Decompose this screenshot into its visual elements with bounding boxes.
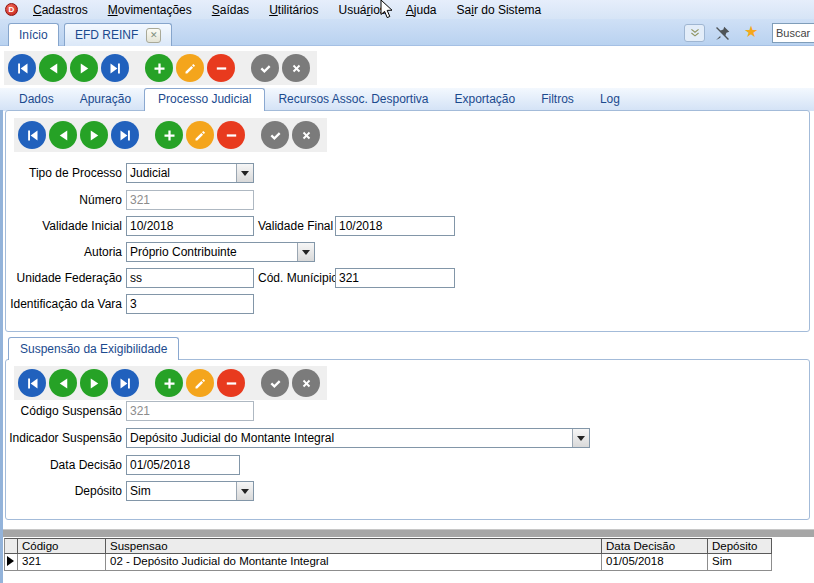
menu-item-saidas[interactable]: Saídas: [205, 1, 256, 19]
cod-municipio-field[interactable]: [335, 268, 455, 288]
unidade-federacao-field[interactable]: [126, 268, 254, 288]
prior-record-icon: [56, 128, 71, 143]
post-record-button[interactable]: [251, 54, 279, 82]
next-record-button[interactable]: [80, 121, 108, 149]
cross-icon: [299, 128, 314, 143]
edit-record-button[interactable]: [176, 54, 204, 82]
unidade-federacao-label: Unidade Federação: [0, 268, 122, 285]
dropdown-arrow-button[interactable]: [236, 164, 253, 182]
grid-col-data-decisao[interactable]: Data Decisão: [602, 538, 708, 554]
menu-item-utilitarios[interactable]: Utilitários: [262, 1, 325, 19]
dropdown-arrow-button[interactable]: [236, 482, 253, 500]
dropdown-arrow-button[interactable]: [297, 243, 314, 261]
autoria-label: Autoria: [0, 242, 122, 259]
expand-chevron-button[interactable]: [684, 24, 705, 42]
numero-field[interactable]: [126, 190, 254, 210]
prior-record-button[interactable]: [39, 54, 67, 82]
check-icon: [268, 376, 283, 391]
page-tab-strip: Dados Apuração Processo Judicial Recurso…: [0, 88, 814, 111]
table-row[interactable]: 321 02 - Depósito Judicial do Montante I…: [4, 554, 772, 571]
codigo-suspensao-field[interactable]: [126, 401, 254, 421]
identificacao-da-vara-label: Identificação da Vara: [0, 294, 122, 311]
grid-splitter[interactable]: [3, 529, 814, 537]
unpin-button[interactable]: [712, 23, 732, 43]
cell-data-decisao[interactable]: 01/05/2018: [602, 554, 708, 571]
check-icon: [268, 128, 283, 143]
first-record-button[interactable]: [18, 369, 46, 397]
search-input[interactable]: [772, 23, 814, 43]
pencil-icon: [183, 61, 198, 76]
indicador-suspensao-select[interactable]: Depósito Judicial do Montante Integral: [126, 428, 590, 448]
record-navigation-toolbar: [14, 366, 327, 400]
last-record-button[interactable]: [111, 369, 139, 397]
next-record-button[interactable]: [70, 54, 98, 82]
cell-codigo[interactable]: 321: [18, 554, 106, 571]
last-record-icon: [108, 61, 123, 76]
deposito-select[interactable]: Sim: [126, 481, 254, 501]
tab-filtros[interactable]: Filtros: [528, 89, 587, 111]
tab-suspensao-label: Suspensão da Exigibilidade: [20, 342, 167, 356]
tab-close-button[interactable]: ✕: [146, 28, 161, 43]
tab-recursos-assoc-desportiva[interactable]: Recursos Assoc. Desportiva: [265, 89, 441, 111]
data-decisao-field[interactable]: [126, 455, 240, 475]
insert-record-button[interactable]: [155, 121, 183, 149]
tab-efd-reinf[interactable]: EFD REINF ✕: [64, 23, 172, 46]
delete-record-button[interactable]: [207, 54, 235, 82]
last-record-button[interactable]: [111, 121, 139, 149]
delete-record-button[interactable]: [217, 121, 245, 149]
edit-record-button[interactable]: [186, 369, 214, 397]
menu-item-movimentacoes[interactable]: Movimentações: [101, 1, 199, 19]
first-record-button[interactable]: [18, 121, 46, 149]
autoria-select[interactable]: Próprio Contribuinte: [126, 242, 315, 262]
processo-toolbar-slot: [14, 118, 327, 152]
tab-exportacao[interactable]: Exportação: [442, 89, 529, 111]
tab-dados[interactable]: Dados: [6, 89, 67, 111]
grid-col-deposito[interactable]: Depósito: [708, 538, 772, 554]
identificacao-da-vara-field[interactable]: [126, 294, 254, 314]
favorites-star-icon[interactable]: ★: [744, 22, 758, 41]
menu-item-cadastros[interactable]: Cadastros: [26, 1, 95, 19]
tab-apuracao[interactable]: Apuração: [67, 89, 144, 111]
edit-record-button[interactable]: [186, 121, 214, 149]
cancel-record-button[interactable]: [292, 369, 320, 397]
tab-suspensao-da-exigibilidade[interactable]: Suspensão da Exigibilidade: [8, 337, 179, 360]
post-record-button[interactable]: [261, 369, 289, 397]
grid-col-suspensao[interactable]: Suspensao: [106, 538, 602, 554]
tipo-de-processo-select[interactable]: Judicial: [126, 163, 254, 183]
prior-record-button[interactable]: [49, 121, 77, 149]
next-record-icon: [77, 61, 92, 76]
delete-record-button[interactable]: [217, 369, 245, 397]
insert-record-button[interactable]: [155, 369, 183, 397]
pin-slash-icon: [714, 25, 731, 42]
next-record-button[interactable]: [80, 369, 108, 397]
suspensao-grid: Código Suspensao Data Decisão Depósito 3…: [4, 538, 772, 571]
validade-inicial-field[interactable]: [126, 216, 254, 236]
prior-record-button[interactable]: [49, 369, 77, 397]
first-record-button[interactable]: [8, 54, 36, 82]
last-record-button[interactable]: [101, 54, 129, 82]
record-navigation-toolbar: [4, 51, 317, 85]
grid-col-codigo[interactable]: Código: [18, 538, 106, 554]
indicador-suspensao-value: Depósito Judicial do Montante Integral: [127, 431, 572, 445]
menu-item-sair-do-sistema[interactable]: Sair do Sistema: [450, 1, 549, 19]
cancel-record-button[interactable]: [292, 121, 320, 149]
cell-suspensao[interactable]: 02 - Depósito Judicial do Montante Integ…: [106, 554, 602, 571]
double-chevron-down-icon: [689, 28, 701, 38]
minus-icon: [214, 61, 229, 76]
last-record-icon: [118, 376, 133, 391]
cell-deposito[interactable]: Sim: [708, 554, 772, 571]
cancel-record-button[interactable]: [282, 54, 310, 82]
tab-log[interactable]: Log: [587, 89, 633, 111]
plus-icon: [152, 61, 167, 76]
dropdown-arrow-button[interactable]: [572, 429, 589, 447]
post-record-button[interactable]: [261, 121, 289, 149]
validade-final-field[interactable]: [335, 216, 455, 236]
grid-header-row: Código Suspensao Data Decisão Depósito: [4, 538, 772, 554]
tab-processo-judicial[interactable]: Processo Judicial: [144, 88, 265, 111]
menu-item-ajuda[interactable]: Ajuda: [399, 1, 444, 19]
insert-record-button[interactable]: [145, 54, 173, 82]
mouse-cursor: [380, 0, 393, 19]
chevron-down-icon: [241, 489, 249, 494]
tipo-de-processo-value: Judicial: [127, 166, 236, 180]
tab-inicio[interactable]: Início: [8, 23, 59, 46]
